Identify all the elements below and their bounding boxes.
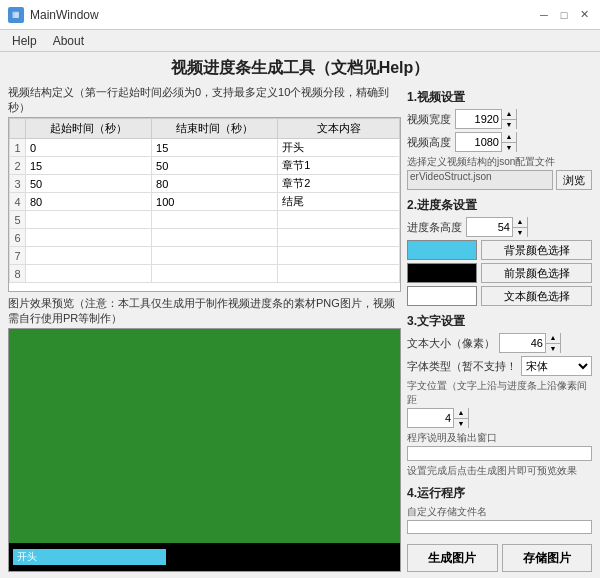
end-input[interactable] (154, 214, 275, 226)
bg-color-button[interactable]: 背景颜色选择 (481, 240, 592, 260)
row-num: 8 (10, 265, 26, 283)
font-type-select[interactable]: 宋体 黑体 楷体 (521, 356, 592, 376)
text-input[interactable] (280, 268, 397, 280)
end-input[interactable] (154, 250, 275, 262)
font-size-spinner[interactable]: ▲ ▼ (499, 333, 561, 353)
fg-color-button[interactable]: 前景颜色选择 (481, 263, 592, 283)
generate-button[interactable]: 生成图片 (407, 544, 498, 572)
fg-color-row: 前景颜色选择 (407, 263, 592, 283)
row-start (26, 193, 152, 211)
browse-button[interactable]: 浏览 (556, 170, 592, 190)
end-input[interactable] (154, 160, 275, 172)
row-start (26, 229, 152, 247)
bar-height-down[interactable]: ▼ (513, 228, 527, 238)
fg-color-swatch (407, 263, 477, 283)
section4-title: 4.运行程序 (407, 485, 592, 502)
start-input[interactable] (28, 268, 149, 280)
start-input[interactable] (28, 232, 149, 244)
text-input[interactable] (280, 232, 397, 244)
start-input[interactable] (28, 160, 149, 172)
bar-height-up[interactable]: ▲ (513, 217, 527, 228)
bg-color-row: 背景颜色选择 (407, 240, 592, 260)
video-height-label: 视频高度 (407, 135, 451, 150)
row-text (278, 139, 400, 157)
menu-help[interactable]: Help (4, 32, 45, 50)
end-input[interactable] (154, 142, 275, 154)
minimize-button[interactable]: ─ (536, 7, 552, 23)
row-start (26, 247, 152, 265)
bar-height-row: 进度条高度 ▲ ▼ (407, 217, 592, 237)
text-pos-input[interactable] (408, 409, 453, 427)
row-start (26, 265, 152, 283)
video-height-down[interactable]: ▼ (502, 143, 516, 153)
font-size-row: 文本大小（像素） ▲ ▼ (407, 333, 592, 353)
bar-height-spinner-btns: ▲ ▼ (512, 217, 527, 237)
row-end (152, 229, 278, 247)
video-width-label: 视频宽度 (407, 112, 451, 127)
row-num: 7 (10, 247, 26, 265)
row-num: 2 (10, 157, 26, 175)
font-size-input[interactable] (500, 334, 545, 352)
close-button[interactable]: ✕ (576, 7, 592, 23)
json-file-label: 选择定义视频结构的json配置文件 (407, 155, 592, 169)
output-label: 程序说明及输出窗口 (407, 431, 592, 445)
maximize-button[interactable]: □ (556, 7, 572, 23)
save-button[interactable]: 存储图片 (502, 544, 593, 572)
text-input[interactable] (280, 142, 397, 154)
start-input[interactable] (28, 142, 149, 154)
table-row: 7 (10, 247, 400, 265)
table-row: 4 (10, 193, 400, 211)
page-title: 视频进度条生成工具（文档见Help） (8, 58, 592, 79)
text-color-swatch (407, 286, 477, 306)
section1-title: 1.视频设置 (407, 89, 592, 106)
section3-title: 3.文字设置 (407, 313, 592, 330)
text-input[interactable] (280, 178, 397, 190)
end-input[interactable] (154, 196, 275, 208)
output-textarea[interactable] (407, 446, 592, 461)
text-input[interactable] (280, 196, 397, 208)
content-area: 视频结构定义（第一行起始时间必须为0，支持最多定义10个视频分段，精确到秒） 起… (8, 85, 592, 572)
row-text (278, 211, 400, 229)
title-bar-title: MainWindow (30, 8, 99, 22)
text-pos-down[interactable]: ▼ (454, 419, 468, 429)
video-width-up[interactable]: ▲ (502, 109, 516, 120)
video-width-down[interactable]: ▼ (502, 120, 516, 130)
video-width-input[interactable] (456, 110, 501, 128)
title-bar-left: ▦ MainWindow (8, 7, 99, 23)
row-text (278, 265, 400, 283)
text-input[interactable] (280, 250, 397, 262)
col-text: 文本内容 (278, 119, 400, 139)
font-size-up[interactable]: ▲ (546, 333, 560, 344)
video-height-spinner[interactable]: ▲ ▼ (455, 132, 517, 152)
action-buttons-row: 生成图片 存储图片 (407, 544, 592, 572)
json-file-display: erVideoStruct.json (407, 170, 553, 190)
text-pos-up[interactable]: ▲ (454, 408, 468, 419)
table-container[interactable]: 起始时间（秒） 结束时间（秒） 文本内容 12345678 (8, 117, 401, 292)
video-width-spinner-btns: ▲ ▼ (501, 109, 516, 129)
end-input[interactable] (154, 178, 275, 190)
bar-height-spinner[interactable]: ▲ ▼ (466, 217, 528, 237)
video-height-row: 视频高度 ▲ ▼ (407, 132, 592, 152)
row-text (278, 247, 400, 265)
start-input[interactable] (28, 250, 149, 262)
row-num: 3 (10, 175, 26, 193)
menu-about[interactable]: About (45, 32, 92, 50)
text-input[interactable] (280, 214, 397, 226)
bar-height-input[interactable] (467, 218, 512, 236)
end-input[interactable] (154, 268, 275, 280)
row-start (26, 157, 152, 175)
video-height-up[interactable]: ▲ (502, 132, 516, 143)
video-height-input[interactable] (456, 133, 501, 151)
font-size-down[interactable]: ▼ (546, 344, 560, 354)
start-input[interactable] (28, 178, 149, 190)
end-input[interactable] (154, 232, 275, 244)
video-width-spinner[interactable]: ▲ ▼ (455, 109, 517, 129)
start-input[interactable] (28, 196, 149, 208)
text-color-button[interactable]: 文本颜色选择 (481, 286, 592, 306)
text-input[interactable] (280, 160, 397, 172)
save-name-input[interactable] (407, 520, 592, 534)
row-num: 1 (10, 139, 26, 157)
text-pos-spinner[interactable]: ▲ ▼ (407, 408, 469, 428)
col-start: 起始时间（秒） (26, 119, 152, 139)
start-input[interactable] (28, 214, 149, 226)
